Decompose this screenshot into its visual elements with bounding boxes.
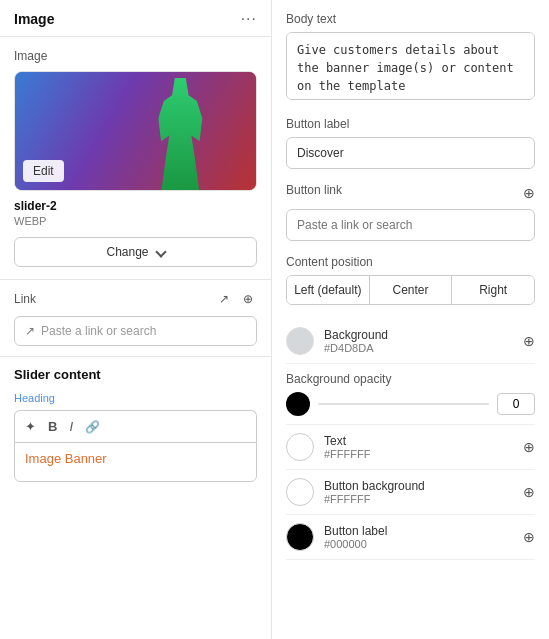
sparkle-icon[interactable]: ✦ xyxy=(23,417,38,436)
button-bg-db-icon[interactable]: ⊕ xyxy=(523,484,535,500)
background-color-swatch[interactable] xyxy=(286,327,314,355)
background-opacity-row: Background opacity xyxy=(286,364,535,425)
text-toolbar: ✦ B I 🔗 xyxy=(14,410,257,442)
body-text-group: Body text xyxy=(286,12,535,103)
text-color-db-icon[interactable]: ⊕ xyxy=(523,439,535,455)
image-preview: Edit xyxy=(14,71,257,191)
button-label-input[interactable] xyxy=(286,137,535,169)
button-link-group: Button link ⊕ xyxy=(286,183,535,241)
slider-content-section: Slider content Heading ✦ B I 🔗 Image Ban… xyxy=(0,357,271,492)
edit-image-button[interactable]: Edit xyxy=(23,160,64,182)
heading-text-area[interactable]: Image Banner xyxy=(14,442,257,482)
database-icon-right[interactable]: ⊕ xyxy=(523,185,535,201)
body-text-input[interactable] xyxy=(286,32,535,100)
button-label-color-swatch[interactable] xyxy=(286,523,314,551)
text-color-hex: #FFFFFF xyxy=(324,448,370,460)
link-search-input[interactable]: ↗ Paste a link or search xyxy=(14,316,257,346)
link-header: Link ↗ ⊕ xyxy=(14,290,257,308)
position-left-button[interactable]: Left (default) xyxy=(287,276,370,304)
position-center-button[interactable]: Center xyxy=(370,276,453,304)
background-color-name: Background xyxy=(324,328,388,342)
button-label-color-name: Button label xyxy=(324,524,387,538)
image-section: Image Edit slider-2 WEBP Change xyxy=(0,37,271,280)
button-link-label: Button link xyxy=(286,183,342,197)
button-bg-color-row: Button background #FFFFFF ⊕ xyxy=(286,470,535,515)
link-format-icon[interactable]: 🔗 xyxy=(83,418,102,436)
image-filetype: WEBP xyxy=(14,215,257,227)
change-image-button[interactable]: Change xyxy=(14,237,257,267)
button-label-label: Button label xyxy=(286,117,535,131)
opacity-input[interactable] xyxy=(497,393,535,415)
button-label-group: Button label xyxy=(286,117,535,169)
link-icon: ↗ xyxy=(25,324,35,338)
person-figure xyxy=(153,78,208,191)
content-position-label: Content position xyxy=(286,255,535,269)
link-icons: ↗ ⊕ xyxy=(215,290,257,308)
button-bg-color-swatch[interactable] xyxy=(286,478,314,506)
body-text-label: Body text xyxy=(286,12,535,26)
opacity-circle xyxy=(286,392,310,416)
panel-title: Image xyxy=(14,11,54,27)
button-bg-color-name: Button background xyxy=(324,479,425,493)
button-label-color-row: Button label #000000 ⊕ xyxy=(286,515,535,560)
link-section: Link ↗ ⊕ ↗ Paste a link or search xyxy=(0,280,271,357)
opacity-label: Background opacity xyxy=(286,372,535,386)
image-label: Image xyxy=(14,49,257,63)
more-options-button[interactable]: ··· xyxy=(241,10,257,28)
right-panel: Body text Button label Button link ⊕ Con… xyxy=(272,0,549,639)
database-icon[interactable]: ⊕ xyxy=(239,290,257,308)
button-bg-color-hex: #FFFFFF xyxy=(324,493,425,505)
bold-icon[interactable]: B xyxy=(46,417,59,436)
text-color-row: Text #FFFFFF ⊕ xyxy=(286,425,535,470)
italic-icon[interactable]: I xyxy=(67,417,75,436)
left-panel: Image ··· Image Edit slider-2 WEBP Chang… xyxy=(0,0,272,639)
background-color-hex: #D4D8DA xyxy=(324,342,388,354)
slider-section-title: Slider content xyxy=(14,367,257,382)
button-label-color-hex: #000000 xyxy=(324,538,387,550)
external-link-icon[interactable]: ↗ xyxy=(215,290,233,308)
opacity-slider[interactable] xyxy=(318,403,489,405)
position-right-button[interactable]: Right xyxy=(452,276,534,304)
text-color-swatch[interactable] xyxy=(286,433,314,461)
button-link-input[interactable] xyxy=(286,209,535,241)
content-position-group: Content position Left (default) Center R… xyxy=(286,255,535,305)
chevron-down-icon xyxy=(155,246,166,257)
background-db-icon[interactable]: ⊕ xyxy=(523,333,535,349)
text-color-name: Text xyxy=(324,434,370,448)
heading-label: Heading xyxy=(14,392,257,404)
panel-header: Image ··· xyxy=(0,0,271,37)
position-buttons: Left (default) Center Right xyxy=(286,275,535,305)
button-label-db-icon[interactable]: ⊕ xyxy=(523,529,535,545)
background-color-row: Background #D4D8DA ⊕ xyxy=(286,319,535,364)
image-filename: slider-2 xyxy=(14,199,257,213)
link-label: Link xyxy=(14,292,36,306)
